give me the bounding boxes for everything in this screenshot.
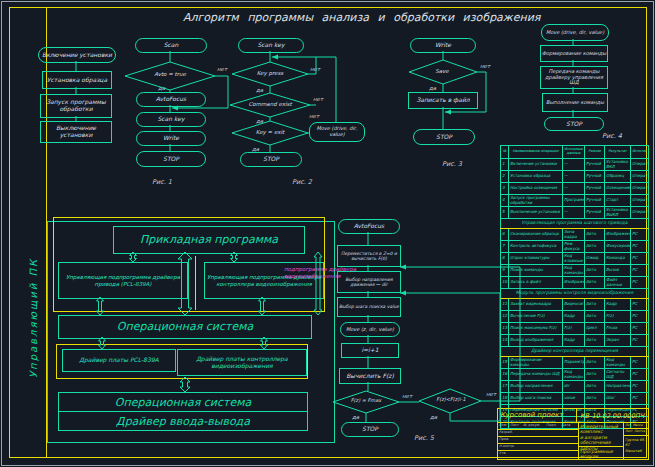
arch-sub1-box: Управляющая подпрограмма драйвера привод… [58,262,188,299]
fig1-caption: Рис. 1 [152,178,172,186]
fig3-cond-text: Save [410,68,474,74]
fig5-step-increment: i=i+1 [341,343,399,358]
fig5-yes2-label: да [430,414,437,420]
table-row: 15Формирование командыПараметрыАвтоКод к… [501,357,649,369]
fig2-no2-label: нет [313,96,323,102]
fig5-no1-label: нет [402,393,412,399]
stamp-line [576,409,577,422]
fig4-caption: Рис. 4 [602,132,622,140]
stamp-line [578,446,623,447]
fig3-yes-label: да [429,85,436,91]
table-row: 10Запись в файлИзображениеАвтоФайл данны… [501,277,649,289]
fig1-condition-text: Avto = true [128,71,212,77]
stamp-mass-label: Масса [633,423,643,427]
fig4-step-sendcmd: Передача команды драйверу управления ШД [540,66,608,89]
fig2-start-terminal: Scan key [238,38,304,53]
drawing-title: Алгоритм программы анализа и обработки и… [183,11,533,24]
stamp-role-utv: Утв. [499,451,506,455]
fig5-start-terminal: AvtoFocus [338,219,400,234]
fig5-stop-terminal: STOP [341,422,399,437]
stamp-role-nkontr: Н.контр. [499,444,515,448]
fig1-step-avtofocus: AvtoFocus [136,92,206,107]
setup-start-terminal: Включение установки [38,47,116,63]
arch-yellow-divider [195,256,196,310]
stamp-role-prov: Пров. [499,437,509,441]
table-row: 6Сканирование образцаЗона кадраАвтоИзобр… [501,229,649,241]
title-block: Курсовой проект КВ-10.02.00.000ПЧ Изм Ли… [497,408,649,460]
fig2-yes2-label: да [256,118,263,124]
setup-step-run: Запуск программы обработки [40,94,112,118]
arch-os-box: Операционная система [58,315,312,339]
table-row: 11Захват видеокадраВидеосигналАвтоКадрPC [501,299,649,311]
stamp-scale-label: Масштаб [625,449,647,453]
table-row: 18Выбор шага поискаvalueАвтоШагPC [501,393,649,405]
fig5-step-movez0: Переместиться в Z=0 и вычислить F(0) [337,245,401,267]
fig1-step-scankey: Scan key [136,112,206,127]
fig2-stop-terminal: STOP [240,152,302,167]
fig5-caption: Рис. 5 [414,434,434,442]
spec-table: №Наименование операцииИсходные данныеРеж… [500,145,649,429]
stamp-line [498,450,578,451]
arch-side-label: Управляющий ПК [28,218,39,378]
arch-drv1-box: Драйвер платы PCL-839A [62,349,176,372]
fig2-no1-label: нет [310,66,320,72]
fig5-step-direction: Выбор направления движения — dir [337,271,401,293]
stamp-col-date: Дата [561,423,570,427]
stamp-sheets-label: Листов [634,429,645,433]
table-row: 3Настройка освещения—РучнойОсвещениеОпер… [501,183,649,195]
fig2-cond1-text: Key press [232,70,308,76]
table-row: 4Запуск программы обработкиПрограммаРучн… [501,195,649,207]
table-row: 13Поиск максимума F(z)F(z)ЦиклFmaxPC [501,323,649,335]
stamp-lit-label: Лит. [625,423,632,427]
fig4-step-formcmd: Формирование команды [540,45,608,62]
table-row: 7Контроль автофокусаРеж. фокусаАвтоФокус… [501,241,649,253]
fig3-start-terminal: Write [410,38,476,53]
stamp-title-line1: Измерительный комплекс [580,424,622,435]
fig5-step-stepsize: Выбор шага поиска value [337,297,401,317]
arch-drv2-box: Драйвер платы контроллера видеоизображен… [177,349,307,376]
fig2-cond2-text: Command exist [228,101,312,107]
setup-step-off: Выключение установки [40,121,112,143]
fig5-no2-label: нет [486,391,496,397]
fig5-call-move: Move (z, dir, value) [340,322,400,337]
table-row: 9Поиск командыКод командыАвтоВызовPC [501,265,649,277]
fig5-cond2-text: F(z)<F(z)i-1 [422,397,480,403]
table-row: 1Включение установки—РучнойУстановка ВКЛ… [501,159,649,171]
arch-io-row1: Операционная система [59,393,307,412]
fig2-yes3-label: да [252,146,259,152]
fig2-call-move: Move (drive, dir, value) [309,122,365,142]
fig1-yes-label: да [158,85,165,91]
table-row: 17Выбор направленияdirАвтоНаправлениеPC [501,381,649,393]
table-row: 2Установка образца—РучнойОбразецОператор [501,171,649,183]
table-row: 12Вычисление F(z)КадрАвтоF(z)PC [501,311,649,323]
table-row: 14Вывод изображенияКадрАвтоЭкранPC [501,335,649,347]
fig3-no-label: нет [480,63,490,69]
stamp-col-list: Лист [510,423,519,427]
stamp-doc-code: КВ-10.02.00.000ПЧ [580,412,648,420]
fig5-cond1-text: F(z) = Fmax [336,398,396,404]
fig1-no-label: нет [217,66,227,72]
fig5-step-calcfz: Вычислить F(z) [339,368,401,384]
fig1-stop-terminal: STOP [136,151,206,167]
fig2-cond3-text: Key = exit [234,129,306,135]
table-row: 5Выключение установки—РучнойУстановка ВЫ… [501,207,649,219]
stamp-col-docnum: № докум. [523,423,540,427]
stamp-line [623,435,648,436]
fig4-stop-terminal: STOP [544,117,604,131]
stamp-line [578,422,579,459]
fig2-yes1-label: да [256,87,263,93]
arch-io-box: Операционная система Драйвер ввода-вывод… [58,392,308,431]
fig4-step-execute: Выполнение команды [542,93,608,112]
stamp-doc-type: Курсовой проект [500,411,576,419]
arch-app-box: Прикладная программа [113,226,305,254]
cad-drawing-sheet: Алгоритм программы анализа и обработки и… [0,0,655,467]
fig2-caption: Рис. 2 [292,178,312,186]
stamp-col-izm: Изм [499,423,506,427]
fig2-no3-label: нет [309,113,319,119]
fig3-stop-terminal: STOP [413,129,475,145]
fig1-start-terminal: Scan [135,38,207,53]
fig4-start-terminal: Move (drive, dir, value) [541,24,609,41]
stamp-sheet-label: Лист [625,429,633,433]
setup-step-sample: Установка образца [42,71,112,89]
stamp-col-sign: Подп. [546,423,557,427]
